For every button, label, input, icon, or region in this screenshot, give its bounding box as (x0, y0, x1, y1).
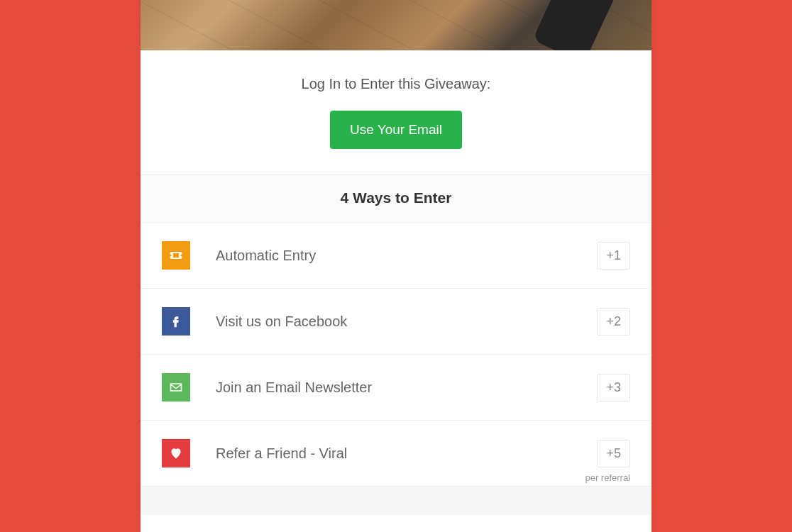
ways-header-title: 4 Ways to Enter (148, 189, 644, 206)
per-referral-note: per referral (585, 472, 630, 483)
ways-header: 4 Ways to Enter (141, 175, 651, 223)
login-title: Log In to Enter this Giveaway: (155, 76, 637, 92)
entry-label: Automatic Entry (216, 248, 597, 264)
entry-label: Refer a Friend - Viral (216, 445, 597, 462)
login-section: Log In to Enter this Giveaway: Use Your … (141, 50, 651, 175)
entry-points-badge: +1 (597, 242, 630, 270)
entry-label: Join an Email Newsletter (216, 379, 597, 396)
ticket-icon (162, 241, 190, 270)
entry-row-newsletter[interactable]: Join an Email Newsletter +3 (141, 355, 651, 421)
entry-label: Visit us on Facebook (216, 314, 597, 330)
hero-image (141, 0, 651, 50)
use-email-button[interactable]: Use Your Email (330, 111, 462, 149)
entry-points-badge: +5 (597, 440, 630, 467)
entry-points-badge: +2 (597, 308, 630, 336)
entry-points-badge: +3 (597, 374, 630, 401)
entry-row-automatic[interactable]: Automatic Entry +1 (141, 223, 651, 289)
entry-row-facebook[interactable]: Visit us on Facebook +2 (141, 289, 651, 355)
footer-spacer (141, 487, 651, 515)
entry-row-refer[interactable]: Refer a Friend - Viral +5 per referral (141, 421, 651, 487)
heart-icon (162, 439, 190, 467)
envelope-icon (162, 373, 190, 401)
facebook-icon (162, 307, 190, 336)
giveaway-widget: Log In to Enter this Giveaway: Use Your … (141, 0, 651, 532)
